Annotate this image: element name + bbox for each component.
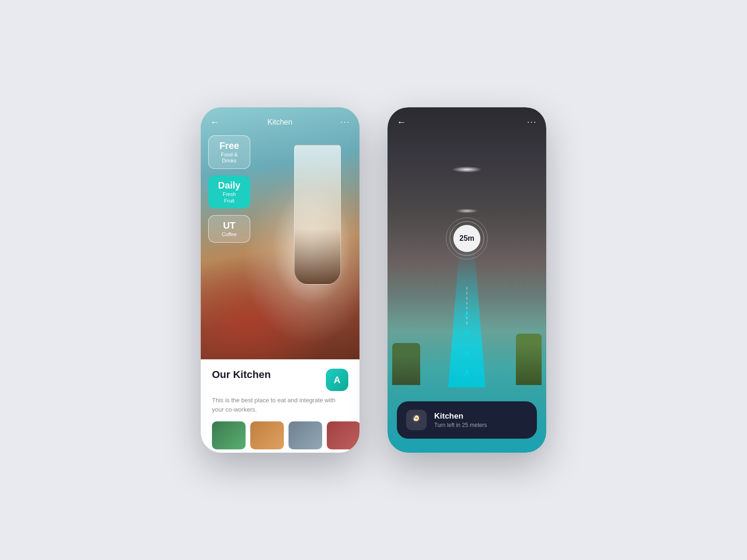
tag-ut-title: UT (214, 220, 244, 231)
tag-free-title: Free (214, 140, 244, 151)
tag-daily-sub: FreshFruit (214, 191, 245, 203)
phone-kitchen-detail: ← Kitchen ··· Free Food &Drinks Daily Fr… (201, 107, 359, 453)
ar-chevrons: ∧ ∧ ∧ ∧ (463, 309, 471, 378)
destination-info: Kitchen Turn left in 25 meters (434, 412, 528, 428)
card-header: Our Kitchen A (212, 369, 348, 391)
more-options-icon[interactable]: ··· (340, 117, 350, 127)
tag-free[interactable]: Free Food &Drinks (208, 135, 250, 169)
top-nav: ← Kitchen ··· (201, 107, 359, 132)
kitchen-description: This is the best place to eat and integr… (212, 396, 348, 414)
distance-text: 25m (459, 234, 474, 243)
thumbnail-4[interactable] (327, 421, 359, 449)
plant-left (392, 343, 420, 385)
thumbnail-3[interactable] (289, 421, 322, 449)
distance-circle-mid: 25m (450, 221, 484, 256)
hero-image: ← Kitchen ··· Free Food &Drinks Daily Fr… (201, 107, 359, 359)
chevron-3: ∧ (463, 348, 471, 358)
destination-title: Kitchen (434, 412, 528, 421)
ar-back-icon[interactable]: ← (397, 117, 406, 127)
chevron-1: ∧ (463, 309, 471, 319)
ar-more-options-icon[interactable]: ··· (527, 117, 537, 127)
tag-cards: Free Food &Drinks Daily FreshFruit UT Co… (208, 135, 250, 243)
ar-top-nav: ← ··· (388, 107, 546, 132)
plant-right (516, 334, 542, 385)
tag-free-sub: Food &Drinks (214, 152, 244, 164)
chevron-2: ∧ (463, 329, 471, 339)
thumbnail-2[interactable] (250, 421, 284, 449)
drink-photo (294, 145, 341, 285)
info-card: Our Kitchen A This is the best place to … (201, 359, 359, 453)
chevron-4: ∧ (463, 368, 471, 378)
distance-circle-inner: 25m (453, 225, 480, 252)
distance-indicator: 25m (446, 217, 488, 259)
tag-daily[interactable]: Daily FreshFruit (208, 175, 250, 208)
screen-title: Kitchen (268, 118, 292, 126)
back-icon[interactable]: ← (210, 117, 219, 127)
kitchen-title: Our Kitchen (212, 369, 271, 381)
tag-ut-sub: Coffee (214, 231, 244, 238)
tag-daily-title: Daily (214, 180, 245, 190)
thumbnail-row (212, 421, 348, 449)
ar-destination-card: 🍳 Kitchen Turn left in 25 meters (397, 401, 537, 439)
thumbnail-1[interactable] (212, 421, 246, 449)
destination-icon: 🍳 (406, 410, 427, 430)
distance-circle-outer: 25m (446, 217, 488, 259)
tag-ut[interactable]: UT Coffee (208, 215, 250, 243)
destination-subtitle: Turn left in 25 meters (434, 422, 528, 428)
phone-ar-navigation: ← ··· 25m ∧ ∧ ∧ ∧ 🍳 Kitchen Turn left in… (388, 107, 546, 453)
user-avatar[interactable]: A (326, 369, 348, 391)
